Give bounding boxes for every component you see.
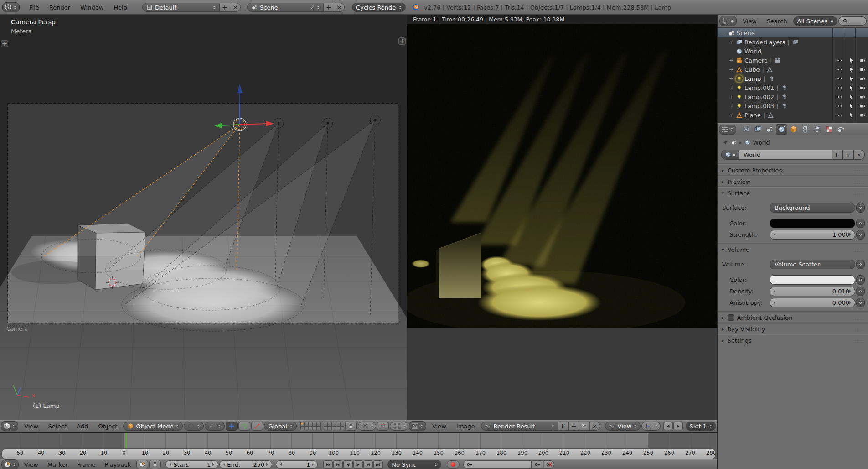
outliner-item[interactable]: World | xyxy=(718,47,868,56)
render-engine-selector[interactable]: Cycles Render xyxy=(352,3,406,12)
editor-type-properties-button[interactable] xyxy=(719,125,736,135)
panel-ambient-occlusion[interactable]: Ambient Occlusion xyxy=(718,312,868,323)
animate-button[interactable] xyxy=(856,230,865,240)
insert-keyframe-button[interactable] xyxy=(532,460,543,469)
object-name[interactable]: Cube xyxy=(744,66,760,73)
unlink-world-button[interactable]: × xyxy=(854,150,865,160)
playback-range-toggle[interactable] xyxy=(136,460,148,469)
object-name[interactable]: Scene xyxy=(737,30,755,36)
display-channels-selector[interactable]: View xyxy=(605,422,641,431)
animate-button[interactable] xyxy=(856,275,865,285)
panel-grip[interactable] xyxy=(854,246,864,253)
outliner-item[interactable]: + Camera | xyxy=(718,56,868,65)
image-selector[interactable]: Render Result xyxy=(481,422,558,431)
editor-type-viewport-button[interactable] xyxy=(1,421,18,431)
menu-item[interactable]: File xyxy=(24,4,44,11)
animate-button[interactable] xyxy=(856,260,865,269)
mode-selector[interactable]: Object Mode xyxy=(123,422,183,431)
visibility-toggle[interactable] xyxy=(837,103,843,109)
selectability-toggle[interactable] xyxy=(848,94,855,100)
add-layout-button[interactable]: + xyxy=(220,3,230,12)
menu-item[interactable]: Render xyxy=(44,4,75,11)
pivot-point-selector[interactable] xyxy=(205,422,225,431)
timeline[interactable]: -50-40-30-20-100102030405060708090100110… xyxy=(0,432,717,469)
renderability-toggle[interactable] xyxy=(859,103,866,109)
new-world-button[interactable]: + xyxy=(843,150,854,160)
object-name[interactable]: Lamp.001 xyxy=(744,84,774,91)
playback-button[interactable] xyxy=(373,460,383,469)
ambient-occlusion-checkbox[interactable] xyxy=(728,314,734,321)
visibility-toggle[interactable] xyxy=(837,66,843,73)
playback-button[interactable] xyxy=(363,460,373,469)
viewport-canvas[interactable]: Camera Persp Meters Camera (1) Lamp x + … xyxy=(0,15,407,420)
density-slider[interactable]: 0.010 xyxy=(770,287,855,296)
renderability-toggle[interactable] xyxy=(859,112,866,119)
playback-button[interactable] xyxy=(343,460,353,469)
outliner-item[interactable]: + Lamp | xyxy=(718,74,868,83)
panel-ray-visibility[interactable]: Ray Visibility xyxy=(718,323,868,334)
playback-button[interactable] xyxy=(353,460,363,469)
object-name[interactable]: Lamp xyxy=(744,75,761,82)
visibility-toggle[interactable] xyxy=(837,84,843,91)
timeline-ruler[interactable]: -50-40-30-20-100102030405060708090100110… xyxy=(1,448,716,459)
viewport-shading-selector[interactable] xyxy=(184,422,204,431)
properties-tab[interactable] xyxy=(764,124,775,135)
end-frame-field[interactable]: End: 250 xyxy=(219,460,272,469)
expand-toggle[interactable]: + xyxy=(728,112,734,118)
animate-button[interactable] xyxy=(856,287,865,296)
expand-toggle[interactable]: + xyxy=(728,39,734,45)
anisotropy-slider[interactable]: 0.000 xyxy=(770,298,855,307)
fake-user-button[interactable]: F xyxy=(558,422,569,431)
new-image-button[interactable]: + xyxy=(569,422,579,431)
renderability-toggle[interactable] xyxy=(859,84,866,91)
strength-slider[interactable]: 1.000 xyxy=(770,230,855,240)
selectability-toggle[interactable] xyxy=(848,66,855,73)
expand-toggle[interactable]: + xyxy=(728,57,734,63)
volume-shader-menu[interactable]: Volume Scatter xyxy=(770,260,855,269)
current-frame-field[interactable]: 1 xyxy=(276,460,318,469)
playback-button[interactable] xyxy=(323,460,333,469)
renderability-toggle[interactable] xyxy=(859,66,866,73)
panel-surface[interactable]: Surface xyxy=(718,187,868,198)
manipulator-scale-toggle[interactable] xyxy=(251,422,263,431)
surface-shader-menu[interactable]: Background xyxy=(770,203,855,213)
menu-item[interactable]: Search xyxy=(762,18,792,25)
animate-button[interactable] xyxy=(856,298,865,307)
delete-scene-button[interactable]: × xyxy=(334,3,345,12)
visibility-toggle[interactable] xyxy=(837,112,843,119)
menu-item[interactable]: Marker xyxy=(43,461,72,468)
menu-item[interactable]: View xyxy=(427,423,451,430)
editor-type-image-button[interactable] xyxy=(409,421,426,431)
layers-widget[interactable] xyxy=(300,422,344,430)
lock-to-scene-toggle[interactable] xyxy=(345,422,357,431)
browse-world-button[interactable] xyxy=(721,150,739,160)
playback-button[interactable] xyxy=(333,460,343,469)
menu-item[interactable]: View xyxy=(19,423,43,430)
editor-type-timeline-button[interactable] xyxy=(1,459,19,469)
auto-keyframe-toggle[interactable] xyxy=(447,460,460,469)
slot-selector[interactable]: Slot 1 xyxy=(686,422,716,431)
menu-item[interactable]: Help xyxy=(108,4,132,11)
selectability-toggle[interactable] xyxy=(848,57,855,64)
object-name[interactable]: RenderLayers xyxy=(744,39,785,46)
panel-grip[interactable] xyxy=(854,190,864,197)
outliner-item[interactable]: + Cube | xyxy=(718,65,868,74)
object-name[interactable]: Lamp.003 xyxy=(744,103,774,109)
animate-button[interactable] xyxy=(856,219,865,228)
selectability-toggle[interactable] xyxy=(848,84,855,91)
panel-grip[interactable] xyxy=(854,178,864,185)
selectability-toggle[interactable] xyxy=(848,103,855,109)
visibility-toggle[interactable] xyxy=(837,94,843,100)
properties-tab[interactable] xyxy=(776,124,787,135)
outliner-item[interactable]: + Lamp.001 | xyxy=(718,83,868,92)
editor-type-info-button[interactable] xyxy=(2,2,20,12)
visibility-toggle[interactable] xyxy=(837,57,843,64)
lock-frame-range-toggle[interactable] xyxy=(149,460,161,469)
expand-toggle[interactable]: + xyxy=(728,67,734,73)
properties-editor[interactable]: ▸ World World F + × Custom Properties Pr… xyxy=(718,123,868,469)
scene-selector[interactable]: Scene 2 xyxy=(247,3,324,12)
renderability-toggle[interactable] xyxy=(859,57,866,64)
current-frame-marker[interactable] xyxy=(126,433,127,448)
manipulator-translate-toggle[interactable] xyxy=(226,422,238,431)
panel-grip[interactable] xyxy=(854,314,864,321)
